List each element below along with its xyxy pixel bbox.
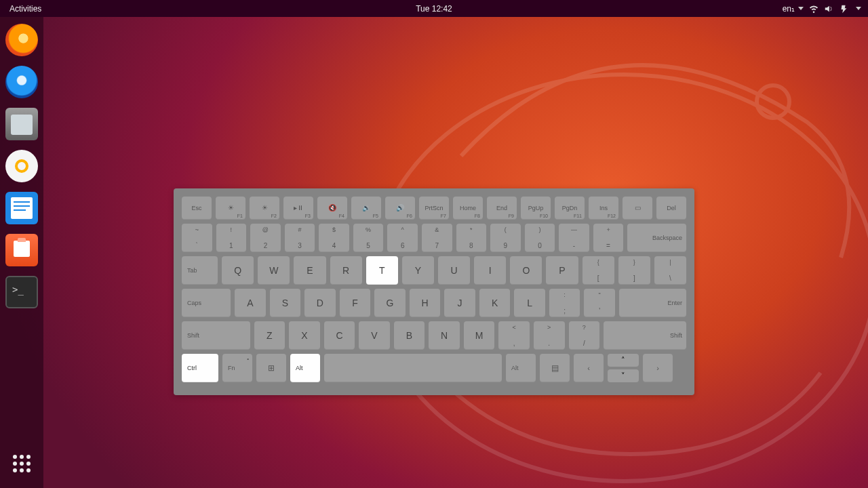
key-end[interactable]: EndF9 (487, 197, 517, 220)
key-l[interactable]: L (514, 289, 545, 317)
key-f[interactable]: F (340, 289, 371, 317)
show-apps-button[interactable] (5, 447, 38, 480)
key-caps[interactable]: Caps (182, 289, 231, 317)
dock-software-icon[interactable] (5, 234, 38, 266)
key-home[interactable]: HomeF8 (453, 197, 483, 220)
key-3[interactable]: #3 (285, 224, 315, 252)
key-][interactable]: }] (618, 256, 650, 285)
key-enter[interactable]: Enter (619, 289, 686, 317)
key-ctrl[interactable]: Ctrl (182, 354, 218, 382)
key-z[interactable]: Z (254, 321, 285, 350)
key--[interactable]: —- (559, 224, 589, 252)
key-fn[interactable]: Fn• (222, 354, 252, 382)
dock-rhythmbox-icon[interactable] (5, 150, 38, 182)
svg-point-1 (757, 85, 789, 118)
key-.[interactable]: >. (534, 321, 565, 350)
key-ins[interactable]: InsF12 (589, 197, 618, 220)
key-shift-right[interactable]: Shift (604, 321, 686, 350)
key-super[interactable]: ⊞ (256, 354, 286, 382)
dock-firefox-icon[interactable] (5, 24, 38, 56)
network-icon[interactable] (809, 4, 818, 14)
power-icon[interactable] (839, 4, 848, 14)
key-space[interactable] (324, 354, 502, 382)
key-alt[interactable]: Alt (290, 354, 320, 382)
key-arrow-right[interactable]: › (643, 354, 673, 382)
key-t[interactable]: T (366, 256, 398, 285)
key-prtscn[interactable]: PrtScnF7 (419, 197, 449, 220)
key-e[interactable]: E (294, 256, 326, 285)
key-k[interactable]: K (479, 289, 511, 317)
key-bright[interactable]: ☀F2 (250, 197, 279, 220)
key-=[interactable]: += (593, 224, 624, 252)
key-q[interactable]: Q (222, 256, 254, 285)
key-g[interactable]: G (374, 289, 406, 317)
key-del[interactable]: Del (656, 197, 686, 220)
key-dim[interactable]: ☀F1 (216, 197, 245, 220)
system-menu-caret[interactable] (854, 7, 861, 10)
dock-files-icon[interactable] (5, 108, 38, 140)
key-c[interactable]: C (324, 321, 355, 350)
key-'[interactable]: "' (584, 289, 615, 317)
key-v[interactable]: V (359, 321, 390, 350)
key-esc[interactable]: Esc (182, 197, 212, 220)
key-pgup[interactable]: PgUpF10 (521, 197, 551, 220)
activities-button[interactable]: Activities (0, 4, 51, 14)
input-source-indicator[interactable]: en₁ (783, 4, 804, 14)
key-a[interactable]: A (235, 289, 266, 317)
dock-writer-icon[interactable] (5, 192, 38, 224)
key-[[interactable]: {[ (583, 256, 614, 285)
key-tab[interactable]: Tab (182, 256, 218, 285)
key-`[interactable]: ~` (182, 224, 212, 252)
key-voldown[interactable]: 🔉F5 (351, 197, 381, 220)
key-/[interactable]: ?/ (569, 321, 600, 350)
clock[interactable]: Tue 12:42 (416, 4, 452, 14)
key-r[interactable]: R (330, 256, 362, 285)
key-w[interactable]: W (258, 256, 290, 285)
key-\[interactable]: |\ (654, 256, 686, 285)
dock-terminal-icon[interactable]: >_ (5, 276, 38, 308)
key-u[interactable]: U (438, 256, 470, 285)
key-arrow-down[interactable]: ˅ (608, 369, 639, 382)
top-panel: Activities Tue 12:42 en₁ (0, 0, 868, 17)
key-p[interactable]: P (546, 256, 578, 285)
key-6[interactable]: ^6 (387, 224, 418, 252)
key-h[interactable]: H (410, 289, 441, 317)
key-n[interactable]: N (429, 321, 460, 350)
key-arrow-left[interactable]: ‹ (574, 354, 604, 382)
key-arrow-up[interactable]: ˄ (608, 354, 639, 367)
key-4[interactable]: $4 (319, 224, 349, 252)
key-m[interactable]: M (464, 321, 495, 350)
key-7[interactable]: &7 (422, 224, 452, 252)
key-b[interactable]: B (394, 321, 425, 350)
key-display[interactable]: ▭ (623, 197, 652, 220)
key-i[interactable]: I (474, 256, 506, 285)
dock-thunderbird-icon[interactable] (5, 66, 38, 98)
key-y[interactable]: Y (402, 256, 434, 285)
key-8[interactable]: *8 (456, 224, 487, 252)
key-volup[interactable]: 🔊F6 (385, 197, 415, 220)
key-d[interactable]: D (304, 289, 336, 317)
onscreen-keyboard: Esc☀F1☀F2▸⏸F3🔇F4🔉F5🔊F6PrtScnF7HomeF8EndF… (174, 188, 694, 395)
key-pgdn[interactable]: PgDnF11 (555, 197, 585, 220)
key-s[interactable]: S (270, 289, 301, 317)
dock: >_ (0, 17, 43, 488)
key-alt-right[interactable]: Alt (506, 354, 536, 382)
key-menu[interactable]: ▤ (540, 354, 570, 382)
key-9[interactable]: (9 (490, 224, 521, 252)
key-0[interactable]: )0 (525, 224, 555, 252)
key-,[interactable]: <, (498, 321, 530, 350)
key-2[interactable]: @2 (250, 224, 281, 252)
key-x[interactable]: X (289, 321, 320, 350)
key-;[interactable]: :; (549, 289, 580, 317)
key-play[interactable]: ▸⏸F3 (283, 197, 313, 220)
key-o[interactable]: O (510, 256, 542, 285)
volume-icon[interactable] (824, 4, 833, 14)
key-5[interactable]: %5 (353, 224, 384, 252)
key-1[interactable]: !1 (216, 224, 247, 252)
key-j[interactable]: J (444, 289, 475, 317)
key-mute[interactable]: 🔇F4 (317, 197, 347, 220)
key-backspace[interactable]: Backspace (627, 224, 686, 252)
key-shift-left[interactable]: Shift (182, 321, 250, 350)
